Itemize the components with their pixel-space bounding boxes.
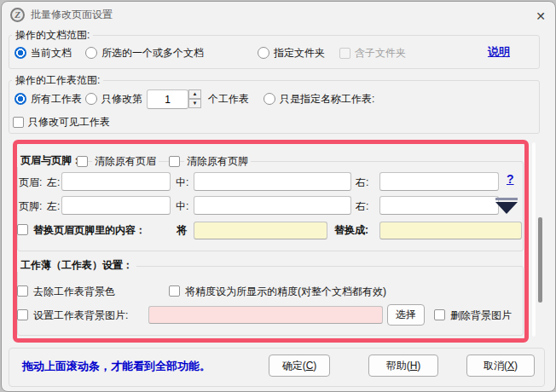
radio-specify-folder-label[interactable]: 指定文件夹 — [274, 47, 325, 60]
scrollbar-thumb[interactable] — [538, 217, 542, 303]
radio-named-sheets-label[interactable]: 只是指定名称工作表: — [280, 93, 374, 106]
radio-selected-docs[interactable] — [85, 47, 97, 59]
replace-from-input[interactable] — [194, 222, 327, 239]
header-footer-legend: 页眉与页脚： — [17, 154, 85, 167]
ok-button-text: 确定( — [282, 360, 306, 372]
radio-selected-docs-label[interactable]: 所选的一个或多个文档 — [101, 47, 204, 60]
checkbox-clear-header-label[interactable]: 清除原有页眉 — [92, 155, 159, 168]
footer-right-label: 右: — [356, 200, 368, 213]
radio-nth-sheet[interactable] — [85, 93, 97, 105]
help-button-close-paren: ) — [417, 360, 420, 372]
checkbox-include-subfolder — [339, 48, 350, 59]
help-button[interactable]: 帮助(H) — [368, 355, 438, 377]
cancel-button[interactable]: 取消(X) — [466, 355, 535, 377]
checkbox-include-subfolder-label: 含子文件夹 — [355, 47, 406, 60]
checkbox-visible-sheets-only[interactable] — [13, 117, 24, 128]
header-left-label: 左: — [47, 176, 60, 189]
scrollbar[interactable] — [529, 140, 544, 341]
close-icon[interactable]: ✕ — [530, 6, 552, 26]
nth-sheet-suffix-label: 个工作表 — [208, 93, 249, 106]
footer-center-input[interactable] — [194, 196, 351, 215]
checkbox-clear-footer[interactable] — [169, 156, 180, 167]
checkbox-set-precision[interactable] — [169, 285, 180, 297]
footer-right-input[interactable] — [379, 196, 499, 215]
expand-down-icon-triangle[interactable] — [495, 202, 518, 214]
radio-specify-folder[interactable] — [258, 47, 269, 59]
header-right-input[interactable] — [379, 172, 499, 191]
radio-named-sheets[interactable] — [264, 93, 275, 105]
footer-left-input[interactable] — [61, 196, 171, 215]
doc-scope-help-link[interactable]: 说明 — [488, 45, 510, 58]
workbook-group — [17, 266, 524, 336]
doc-scope-legend: 操作的文档范围: — [12, 29, 93, 42]
checkbox-replace-content-label[interactable]: 替换页眉页脚里的内容： — [33, 224, 146, 237]
sheet-scope-legend: 操作的工作表范围: — [12, 74, 103, 87]
footer-center-label: 中: — [176, 200, 188, 213]
dialog-batch-page-setup: Z 批量修改页面设置 ✕ 操作的文档范围: 当前文档 所选的一个或多个文档 指定… — [1, 1, 556, 392]
header-center-label: 中: — [176, 176, 188, 189]
workbook-legend: 工作薄（工作表）设置： — [17, 259, 136, 272]
header-help-link[interactable]: ? — [507, 173, 514, 186]
footer-row-label: 页脚: — [19, 200, 42, 213]
choose-file-button[interactable]: 选择 — [387, 304, 425, 326]
replace-to-label: 替换成: — [334, 224, 368, 237]
checkbox-set-bg-image-label[interactable]: 设置工作表背景图片: — [33, 309, 128, 322]
scrollbar-track[interactable] — [532, 142, 536, 337]
radio-nth-sheet-label[interactable]: 只修改第 — [101, 93, 142, 106]
header-center-input[interactable] — [194, 172, 351, 191]
checkbox-remove-bg-color-label[interactable]: 去除工作表背景色 — [33, 285, 115, 298]
cancel-button-close-paren: ) — [514, 360, 518, 372]
bg-image-path-input[interactable] — [148, 306, 383, 324]
help-button-text: 帮助( — [386, 360, 410, 372]
checkbox-set-precision-label[interactable]: 将精度设为所显示的精度(对整个文档都有效) — [185, 285, 386, 298]
spinner-up-icon[interactable]: ▲ — [188, 89, 201, 99]
checkbox-delete-bg-image-label[interactable]: 删除背景图片 — [450, 309, 512, 322]
window-title: 批量修改页面设置 — [31, 9, 113, 21]
ok-button-close-paren: ) — [313, 360, 316, 372]
checkbox-replace-content[interactable] — [17, 224, 28, 235]
spinner-down-icon[interactable]: ▼ — [188, 99, 201, 108]
scroll-hint-text: 拖动上面滚动条，才能看到全部功能。 — [22, 360, 211, 372]
checkbox-set-bg-image[interactable] — [17, 309, 28, 320]
expand-down-icon[interactable] — [495, 198, 518, 200]
header-left-input[interactable] — [61, 172, 171, 191]
cancel-button-text: 取消( — [484, 360, 507, 372]
sheet-number-input[interactable] — [147, 89, 188, 109]
cancel-button-accel: X — [507, 360, 514, 372]
checkbox-clear-footer-label[interactable]: 清除原有页脚 — [184, 155, 251, 168]
checkbox-clear-header[interactable] — [77, 156, 88, 167]
radio-current-doc-label[interactable]: 当前文档 — [31, 47, 72, 60]
checkbox-remove-bg-color[interactable] — [17, 285, 28, 297]
radio-all-sheets-label[interactable]: 所有工作表 — [31, 93, 82, 106]
ok-button[interactable]: 确定(C) — [269, 355, 330, 377]
checkbox-visible-sheets-only-label[interactable]: 只修改可见工作表 — [28, 116, 110, 129]
app-icon: Z — [10, 8, 25, 22]
header-row-label: 页眉: — [19, 176, 42, 189]
replace-to-input[interactable] — [379, 222, 522, 239]
footer-left-label: 左: — [47, 200, 60, 213]
checkbox-delete-bg-image[interactable] — [434, 309, 445, 320]
replace-from-label: 将 — [177, 224, 187, 237]
radio-current-doc[interactable] — [14, 47, 26, 59]
radio-all-sheets[interactable] — [14, 93, 26, 105]
header-right-label: 右: — [356, 176, 368, 189]
